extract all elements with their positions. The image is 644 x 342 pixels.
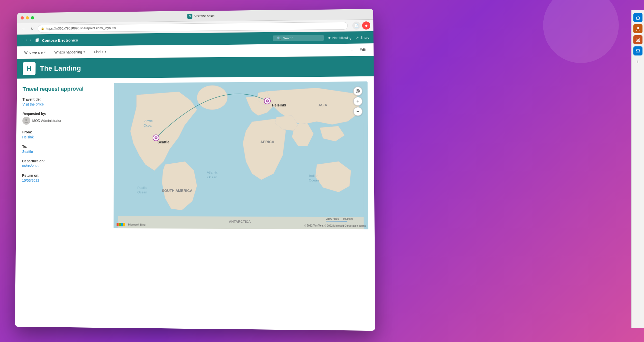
search-placeholder: Search	[283, 36, 294, 40]
scale-km: 5000 km	[343, 217, 353, 220]
maximize-button[interactable]	[31, 16, 34, 19]
scale-miles: 2500 miles	[326, 217, 339, 220]
svg-text:Arctic: Arctic	[144, 119, 153, 123]
requested-by-label: Requested by:	[22, 111, 106, 116]
svg-text:Ocean: Ocean	[207, 175, 217, 179]
sidebar-icon-briefcase	[636, 15, 640, 20]
browser-ext-2[interactable]: ◆	[362, 21, 370, 29]
svg-text:Indian: Indian	[309, 174, 318, 178]
page-header: H The Landing	[17, 56, 374, 78]
plus-icon: +	[356, 99, 359, 104]
requested-by-value: MOD Administrator	[32, 119, 62, 123]
sidebar-icon-3[interactable]: O	[633, 35, 642, 44]
svg-rect-1	[36, 38, 39, 41]
departure-field: Departure on: 06/06/2022	[22, 159, 106, 168]
bing-label: Microsoft Bing	[128, 223, 146, 226]
svg-text:Seattle: Seattle	[157, 140, 169, 144]
requester-row: MOD Administrator	[22, 117, 106, 125]
svg-text:Atlantic: Atlantic	[207, 170, 218, 174]
svg-text:Ocean: Ocean	[137, 190, 147, 194]
browser-ext-1[interactable]: 📄	[352, 21, 361, 30]
sharepoint-logo-icon	[35, 38, 40, 43]
nav-edit-button[interactable]: Edit	[356, 43, 369, 56]
sidebar-icon-2[interactable]	[633, 24, 642, 33]
app-launcher-icon[interactable]: ⋮⋮⋮	[21, 38, 33, 43]
map-panel: Arctic Ocean Pacific Ocean Atlantic Ocea…	[114, 81, 369, 250]
travel-title-value[interactable]: Visit the office	[22, 102, 106, 106]
minimize-button[interactable]	[26, 16, 29, 19]
nav-item-find-it[interactable]: Find it ▼	[90, 46, 110, 58]
locate-icon	[355, 89, 360, 93]
chevron-down-icon: ▼	[44, 51, 46, 54]
not-following-label: Not following	[332, 36, 352, 40]
map-locate-button[interactable]	[353, 87, 362, 96]
nav-more-button[interactable]: ...	[347, 43, 356, 56]
from-value[interactable]: Helsinki	[22, 135, 106, 139]
departure-value: 06/06/2022	[22, 164, 106, 168]
share-button[interactable]: ↗ Share	[356, 36, 370, 40]
share-label: Share	[360, 36, 369, 39]
company-logo-area: Contoso Electronics	[35, 38, 78, 43]
close-button[interactable]	[21, 16, 24, 20]
site-title: The Landing	[40, 64, 81, 73]
not-following-button[interactable]: ★ Not following	[328, 36, 351, 40]
sidebar-icon-1[interactable]	[633, 13, 642, 22]
map-zoom-in-button[interactable]: +	[353, 97, 362, 106]
avatar-icon	[24, 118, 29, 123]
svg-point-2	[25, 119, 27, 121]
browser-sidebar: O +	[631, 10, 644, 328]
svg-text:Ocean: Ocean	[144, 124, 153, 127]
svg-rect-32	[117, 223, 119, 226]
sidebar-icon-office: O	[636, 38, 640, 42]
to-label: To:	[22, 145, 106, 149]
return-value: 10/06/2022	[22, 179, 106, 183]
svg-text:Ocean: Ocean	[309, 178, 319, 182]
svg-text:SOUTH AMERICA: SOUTH AMERICA	[162, 189, 193, 193]
map-zoom-out-button[interactable]: −	[353, 107, 362, 116]
search-box[interactable]: 🔍 Search	[273, 35, 324, 41]
return-label: Return on:	[22, 174, 106, 178]
back-button[interactable]: ←	[20, 25, 27, 32]
to-field: To: Seattle	[22, 145, 106, 154]
bing-logo-area: Microsoft Bing	[117, 223, 146, 226]
company-name: Contoso Electronics	[42, 38, 78, 42]
nav-item-whats-happening[interactable]: What's happening ▼	[51, 46, 89, 58]
bing-logo-icon	[117, 223, 127, 226]
svg-text:O: O	[637, 39, 639, 41]
svg-rect-33	[119, 223, 121, 226]
svg-rect-35	[123, 223, 125, 226]
svg-point-4	[197, 85, 228, 110]
requested-by-field: Requested by: MOD Administrator	[22, 111, 106, 125]
to-value[interactable]: Seattle	[22, 150, 106, 154]
svg-text:Helsinki: Helsinki	[272, 103, 286, 107]
world-map-svg: Arctic Ocean Pacific Ocean Atlantic Ocea…	[114, 81, 368, 229]
svg-text:Pacific: Pacific	[137, 186, 147, 190]
sidebar-add-button[interactable]: +	[633, 58, 642, 67]
forward-button[interactable]: ↻	[29, 25, 36, 32]
svg-point-24	[155, 137, 157, 138]
svg-text:ANTARCTICA: ANTARCTICA	[229, 220, 251, 224]
page-content: Travel request approval Travel title: Vi…	[16, 76, 375, 255]
sidebar-icon-4[interactable]	[633, 46, 642, 55]
svg-rect-36	[636, 17, 639, 19]
svg-point-20	[267, 100, 268, 102]
svg-rect-34	[121, 223, 123, 226]
departure-label: Departure on:	[22, 159, 106, 163]
nav-item-who-we-are[interactable]: Who we are ▼	[21, 46, 50, 59]
section-title: Travel request approval	[23, 86, 107, 92]
share-icon: ↗	[356, 36, 359, 39]
tab-favicon: S	[187, 14, 192, 19]
address-bar[interactable]: 🔒 https://m365x79510890.sharepoint.com/_…	[38, 22, 348, 32]
avatar	[22, 117, 30, 125]
from-field: From: Helsinki	[22, 130, 106, 139]
travel-title-field: Travel title: Visit the office	[22, 97, 106, 106]
map-scale: 2500 miles 5000 km	[326, 217, 353, 222]
sidebar-icon-person	[636, 26, 640, 31]
star-icon: ★	[328, 36, 331, 40]
svg-text:ASIA: ASIA	[318, 103, 327, 107]
map-container[interactable]: Arctic Ocean Pacific Ocean Atlantic Ocea…	[114, 81, 368, 229]
form-panel: Travel request approval Travel title: Vi…	[21, 83, 106, 248]
url-text: https://m365x79510890.sharepoint.com/_la…	[46, 26, 116, 30]
travel-title-label: Travel title:	[22, 97, 106, 101]
chevron-down-icon: ▼	[104, 50, 107, 53]
